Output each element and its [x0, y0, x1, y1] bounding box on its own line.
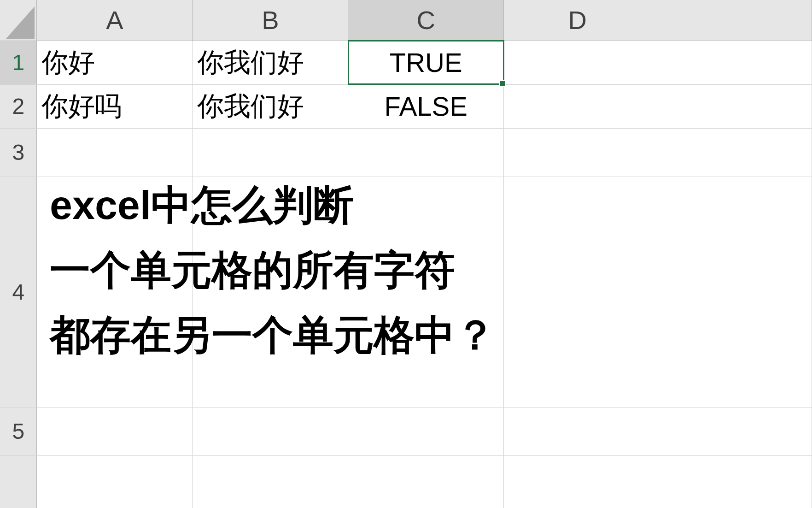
column-header-row: A B C D [0, 0, 812, 41]
row-header-5[interactable]: 5 [0, 407, 37, 455]
row-header-extra[interactable] [0, 455, 37, 508]
cell-C5[interactable] [348, 407, 504, 455]
row-3: 3 [0, 128, 812, 177]
cell-E-extra[interactable] [651, 455, 812, 508]
cell-B2[interactable]: 你我们好 [193, 84, 348, 128]
title-overlay-text: excel中怎么判断 一个单元格的所有字符 都存在另一个单元格中？ [50, 173, 496, 367]
cell-D3[interactable] [504, 128, 651, 177]
cell-A2[interactable]: 你好吗 [37, 84, 193, 128]
row-1: 1 你好 你我们好 TRUE [0, 41, 812, 84]
row-header-3[interactable]: 3 [0, 128, 37, 177]
overlay-line-3: 都存在另一个单元格中？ [50, 303, 496, 368]
row-header-2[interactable]: 2 [0, 84, 37, 128]
cell-D5[interactable] [504, 407, 651, 455]
cell-D1[interactable] [504, 41, 651, 84]
cell-E5[interactable] [651, 407, 812, 455]
column-header-B[interactable]: B [193, 0, 348, 41]
cell-C2[interactable]: FALSE [348, 84, 504, 128]
overlay-line-2: 一个单元格的所有字符 [50, 238, 496, 303]
cell-C1[interactable]: TRUE [348, 41, 504, 84]
cell-A5[interactable] [37, 407, 193, 455]
cell-D4[interactable] [504, 177, 651, 407]
cell-E4[interactable] [651, 177, 812, 407]
column-header-D[interactable]: D [504, 0, 651, 41]
cell-B1[interactable]: 你我们好 [193, 41, 348, 84]
overlay-line-1: excel中怎么判断 [50, 173, 496, 238]
cell-A-extra[interactable] [37, 455, 193, 508]
cell-A1[interactable]: 你好 [37, 41, 193, 84]
row-header-1[interactable]: 1 [0, 41, 37, 84]
row-extra [0, 455, 812, 508]
column-header-extra[interactable] [651, 0, 812, 41]
row-header-4[interactable]: 4 [0, 177, 37, 407]
cell-D2[interactable] [504, 84, 651, 128]
cell-E2[interactable] [651, 84, 812, 128]
row-2: 2 你好吗 你我们好 FALSE [0, 84, 812, 128]
select-all-corner[interactable] [0, 0, 37, 41]
cell-A3[interactable] [37, 128, 193, 177]
column-header-C[interactable]: C [348, 0, 504, 41]
column-header-A[interactable]: A [37, 0, 193, 41]
cell-E1[interactable] [651, 41, 812, 84]
cell-B-extra[interactable] [193, 455, 348, 508]
cell-B3[interactable] [193, 128, 348, 177]
cell-B5[interactable] [193, 407, 348, 455]
row-5: 5 [0, 407, 812, 455]
cell-E3[interactable] [651, 128, 812, 177]
cell-C-extra[interactable] [348, 455, 504, 508]
cell-C3[interactable] [348, 128, 504, 177]
cell-D-extra[interactable] [504, 455, 651, 508]
